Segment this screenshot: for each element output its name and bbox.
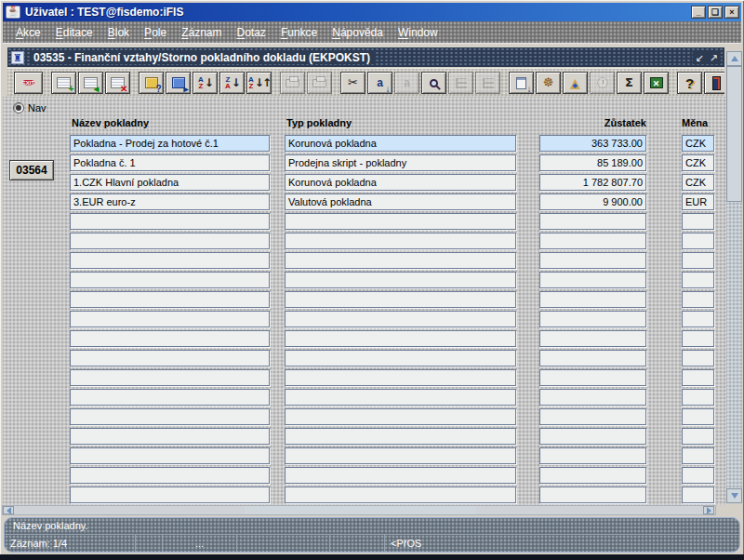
collapse-window-icon[interactable]: ↙	[696, 51, 704, 64]
field-type[interactable]	[285, 389, 516, 406]
field-type[interactable]	[285, 213, 516, 230]
field-balance[interactable]	[539, 487, 646, 503]
field-currency[interactable]	[682, 487, 714, 503]
field-name[interactable]	[70, 291, 270, 308]
field-currency[interactable]	[682, 350, 714, 367]
scroll-right-button[interactable]	[703, 506, 714, 514]
field-name[interactable]	[70, 272, 270, 288]
menu-item-záznam[interactable]: Záznam	[174, 24, 229, 41]
field-balance[interactable]	[539, 369, 646, 386]
field-name[interactable]	[70, 487, 270, 503]
field-balance[interactable]	[539, 272, 646, 288]
field-currency[interactable]	[682, 272, 714, 288]
field-type[interactable]	[285, 487, 516, 503]
field-balance[interactable]	[539, 311, 646, 327]
field-currency[interactable]	[682, 467, 714, 484]
field-balance[interactable]	[539, 213, 646, 230]
vertical-scrollbar[interactable]	[726, 51, 742, 503]
scroll-up-button[interactable]	[726, 51, 742, 66]
field-type[interactable]	[285, 311, 516, 327]
expand-window-icon[interactable]: ↗	[710, 51, 718, 64]
field-name[interactable]: 3.EUR euro-z	[70, 193, 270, 210]
field-name[interactable]: Pokladna č. 1	[70, 154, 270, 171]
field-name[interactable]	[70, 233, 270, 249]
vertical-scrollbar-thumb[interactable]	[726, 66, 742, 202]
field-currency[interactable]	[682, 408, 714, 425]
menu-item-dotaz[interactable]: Dotaz	[230, 24, 273, 41]
horizontal-scrollbar[interactable]	[2, 505, 716, 515]
field-balance[interactable]: 9 900.00	[539, 193, 646, 210]
field-currency[interactable]	[682, 311, 714, 327]
field-name[interactable]	[70, 213, 270, 230]
field-type[interactable]: Prodejna skript - pokladny	[285, 154, 516, 171]
field-balance[interactable]	[539, 291, 646, 308]
field-balance[interactable]	[539, 447, 646, 464]
enter-query-button[interactable]: ?	[139, 72, 164, 94]
field-type[interactable]	[285, 272, 516, 288]
field-name[interactable]	[70, 467, 270, 484]
help-button[interactable]: ?	[677, 72, 702, 94]
field-name[interactable]	[70, 330, 270, 347]
field-type[interactable]	[285, 252, 516, 269]
scroll-left-button[interactable]	[3, 506, 14, 514]
horizontal-scrollbar-thumb[interactable]	[245, 506, 475, 514]
title-bar[interactable]: ☕ Uživatel : TEST@fisdemo:iFIS _ ❏ ×	[3, 3, 741, 21]
find-button[interactable]	[421, 72, 446, 94]
field-name[interactable]	[70, 408, 270, 425]
field-currency[interactable]: CZK	[682, 174, 714, 191]
field-currency[interactable]	[682, 389, 714, 406]
menu-item-nápověda[interactable]: Nápověda	[325, 24, 391, 41]
field-currency[interactable]	[682, 330, 714, 347]
field-name[interactable]: Pokladna - Prodej za hotové č.1	[70, 135, 270, 152]
field-type[interactable]	[285, 447, 516, 464]
field-currency[interactable]: CZK	[682, 135, 714, 152]
field-balance[interactable]	[539, 408, 646, 425]
field-currency[interactable]	[682, 428, 714, 445]
menu-item-akce[interactable]: Akce	[8, 24, 48, 41]
menu-item-pole[interactable]: Pole	[137, 24, 174, 41]
field-type[interactable]: Korunová pokladna	[285, 135, 516, 152]
nav-radio-icon[interactable]	[13, 102, 24, 113]
export-excel-button[interactable]: ✕	[644, 72, 669, 94]
field-name[interactable]	[70, 369, 270, 386]
menu-item-blok[interactable]: Blok	[100, 24, 137, 41]
delete-record-button[interactable]: ✕	[105, 72, 130, 94]
form-03564-button[interactable]: 03564	[9, 160, 54, 180]
field-type[interactable]: Valutová pokladna	[285, 193, 516, 210]
maximize-button[interactable]: ❏	[708, 6, 723, 19]
field-currency[interactable]	[682, 252, 714, 269]
field-balance[interactable]	[539, 330, 646, 347]
nav-radio-row[interactable]: Nav	[13, 102, 46, 113]
window-list-button[interactable]	[704, 72, 724, 94]
field-currency[interactable]	[682, 291, 714, 308]
field-balance[interactable]: 363 733.00	[539, 135, 646, 152]
insert-record-button[interactable]: +	[51, 72, 76, 94]
menu-item-funkce[interactable]: Funkce	[273, 24, 325, 41]
menu-item-window[interactable]: Window	[391, 24, 445, 41]
attachments-button[interactable]: ↓	[509, 72, 534, 94]
navigator-button[interactable]: ☸	[536, 72, 561, 94]
field-balance[interactable]	[539, 467, 646, 484]
field-balance[interactable]	[539, 350, 646, 367]
wizard-button[interactable]: ▲◆	[563, 72, 588, 94]
sum-button[interactable]: Σ	[617, 72, 642, 94]
cut-button[interactable]: ✂	[340, 72, 365, 94]
field-type[interactable]	[285, 467, 516, 484]
field-type[interactable]	[285, 369, 516, 386]
close-button[interactable]: ×	[724, 6, 739, 19]
field-name[interactable]	[70, 389, 270, 406]
field-name[interactable]	[70, 428, 270, 445]
field-type[interactable]	[285, 330, 516, 347]
exit-button[interactable]: EXIT	[14, 72, 43, 94]
field-currency[interactable]	[682, 369, 714, 386]
field-balance[interactable]	[539, 389, 646, 406]
field-type[interactable]: Korunová pokladna	[285, 174, 516, 191]
field-balance[interactable]	[539, 252, 646, 269]
field-type[interactable]	[285, 350, 516, 367]
scroll-down-button[interactable]	[726, 488, 742, 503]
sort-asc-button[interactable]: AZ↓	[193, 72, 218, 94]
field-balance[interactable]: 85 189.00	[539, 154, 646, 171]
sort-desc-button[interactable]: ZA↓	[219, 72, 245, 94]
menu-item-editace[interactable]: Editace	[48, 24, 100, 41]
field-balance[interactable]: 1 782 807.70	[539, 174, 646, 191]
